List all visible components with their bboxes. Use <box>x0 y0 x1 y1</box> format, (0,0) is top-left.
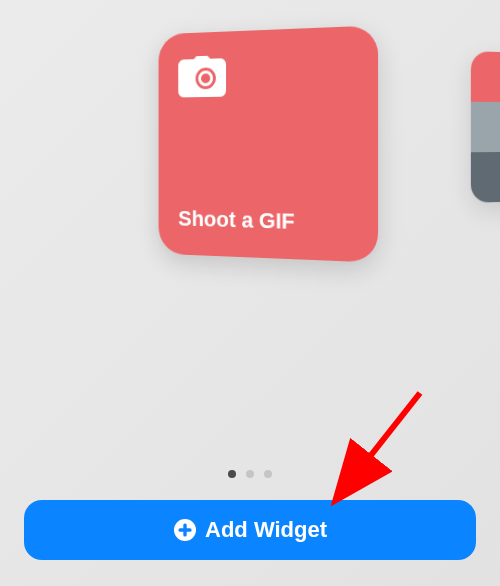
page-dot[interactable] <box>246 470 254 478</box>
annotation-arrow <box>320 385 440 515</box>
stack-segment <box>471 152 500 203</box>
widget-card-next[interactable] <box>471 51 500 203</box>
svg-rect-4 <box>179 528 192 531</box>
add-widget-button[interactable]: Add Widget <box>24 500 476 560</box>
widget-preview-area: Shoot a GIF <box>0 0 500 400</box>
page-dot[interactable] <box>228 470 236 478</box>
plus-circle-icon <box>173 518 197 542</box>
stack-segment <box>471 102 500 153</box>
widget-title: Shoot a GIF <box>178 206 355 237</box>
page-dot[interactable] <box>264 470 272 478</box>
svg-line-6 <box>338 393 420 497</box>
stack-segment <box>471 51 500 102</box>
add-widget-label: Add Widget <box>205 517 327 543</box>
page-indicator[interactable] <box>228 470 272 478</box>
camera-icon <box>178 51 355 101</box>
widget-card-shoot-gif[interactable]: Shoot a GIF <box>159 25 379 262</box>
